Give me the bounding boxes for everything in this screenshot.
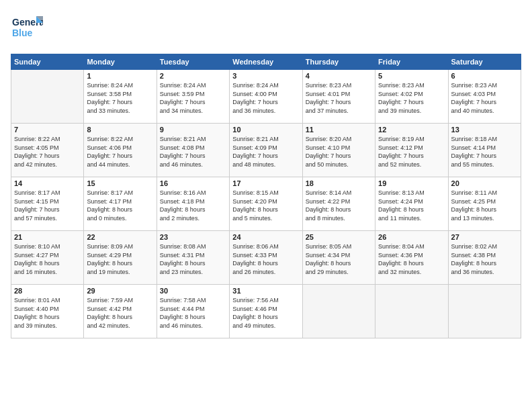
daylight-text-2: and 48 minutes. xyxy=(232,161,275,168)
daylight-text-2: and 2 minutes. xyxy=(160,215,200,222)
day-number: 27 xyxy=(451,233,518,241)
sunrise-text: Sunrise: 8:06 AM xyxy=(232,243,279,250)
daylight-text: Daylight: 8 hours xyxy=(160,260,206,267)
week-row-2: 7Sunrise: 8:22 AMSunset: 4:05 PMDaylight… xyxy=(11,124,521,177)
sunset-text: Sunset: 4:12 PM xyxy=(378,144,423,151)
day-info: Sunrise: 8:05 AMSunset: 4:34 PMDaylight:… xyxy=(306,242,372,276)
day-number: 3 xyxy=(232,72,299,80)
daylight-text: Daylight: 7 hours xyxy=(378,152,424,159)
sunrise-text: Sunrise: 8:04 AM xyxy=(378,243,425,250)
day-info: Sunrise: 8:19 AMSunset: 4:12 PMDaylight:… xyxy=(378,135,445,169)
daylight-text-2: and 11 minutes. xyxy=(378,215,421,222)
day-cell xyxy=(302,285,375,338)
sunset-text: Sunset: 4:10 PM xyxy=(306,144,351,151)
sunset-text: Sunset: 4:01 PM xyxy=(306,91,351,97)
sunset-text: Sunset: 3:58 PM xyxy=(87,91,132,97)
daylight-text-2: and 57 minutes. xyxy=(14,215,57,222)
logo: General Blue xyxy=(11,11,43,46)
day-info: Sunrise: 8:08 AMSunset: 4:31 PMDaylight:… xyxy=(160,242,226,276)
sunset-text: Sunset: 4:36 PM xyxy=(378,252,423,259)
day-number: 7 xyxy=(14,126,81,134)
day-number: 24 xyxy=(232,233,299,241)
daylight-text: Daylight: 8 hours xyxy=(14,314,60,320)
day-info: Sunrise: 8:17 AMSunset: 4:15 PMDaylight:… xyxy=(14,189,81,222)
header: General Blue xyxy=(11,11,521,46)
week-row-3: 14Sunrise: 8:17 AMSunset: 4:15 PMDayligh… xyxy=(11,177,521,231)
day-header-thursday: Thursday xyxy=(302,54,375,70)
daylight-text: Daylight: 7 hours xyxy=(306,99,351,105)
daylight-text: Daylight: 8 hours xyxy=(14,260,60,267)
day-info: Sunrise: 8:09 AMSunset: 4:29 PMDaylight:… xyxy=(87,242,153,276)
day-number: 17 xyxy=(232,179,299,187)
sunrise-text: Sunrise: 8:17 AM xyxy=(87,189,133,196)
day-info: Sunrise: 8:24 AMSunset: 3:58 PMDaylight:… xyxy=(87,81,153,115)
daylight-text-2: and 33 minutes. xyxy=(87,107,130,114)
sunset-text: Sunset: 4:22 PM xyxy=(306,198,351,205)
sunrise-text: Sunrise: 8:22 AM xyxy=(87,136,133,142)
daylight-text: Daylight: 8 hours xyxy=(378,206,424,213)
sunset-text: Sunset: 4:38 PM xyxy=(451,252,496,259)
sunset-text: Sunset: 4:03 PM xyxy=(451,91,496,97)
daylight-text-2: and 42 minutes. xyxy=(14,161,57,168)
day-info: Sunrise: 8:24 AMSunset: 3:59 PMDaylight:… xyxy=(160,81,226,115)
daylight-text-2: and 19 minutes. xyxy=(87,269,130,275)
day-info: Sunrise: 8:23 AMSunset: 4:03 PMDaylight:… xyxy=(451,81,518,115)
day-info: Sunrise: 8:14 AMSunset: 4:22 PMDaylight:… xyxy=(306,189,372,222)
day-number: 12 xyxy=(378,126,445,134)
sunrise-text: Sunrise: 7:58 AM xyxy=(160,297,206,304)
sunset-text: Sunset: 4:20 PM xyxy=(232,198,277,205)
day-header-sunday: Sunday xyxy=(11,54,84,70)
daylight-text: Daylight: 7 hours xyxy=(232,99,278,105)
sunrise-text: Sunrise: 8:23 AM xyxy=(378,82,425,89)
day-info: Sunrise: 8:01 AMSunset: 4:40 PMDaylight:… xyxy=(14,296,81,330)
page: General Blue SundayMondayTuesdayWednesda… xyxy=(0,0,532,411)
daylight-text: Daylight: 7 hours xyxy=(160,152,206,159)
sunrise-text: Sunrise: 8:22 AM xyxy=(14,136,60,142)
daylight-text-2: and 0 minutes. xyxy=(87,215,126,222)
daylight-text-2: and 46 minutes. xyxy=(160,322,203,329)
sunset-text: Sunset: 4:25 PM xyxy=(451,198,496,205)
day-number: 4 xyxy=(306,72,372,80)
day-cell: 16Sunrise: 8:16 AMSunset: 4:18 PMDayligh… xyxy=(157,177,229,231)
day-info: Sunrise: 8:18 AMSunset: 4:14 PMDaylight:… xyxy=(451,135,518,169)
day-number: 30 xyxy=(160,287,226,295)
daylight-text: Daylight: 8 hours xyxy=(160,314,206,320)
sunrise-text: Sunrise: 8:05 AM xyxy=(306,243,352,250)
day-cell: 27Sunrise: 8:02 AMSunset: 4:38 PMDayligh… xyxy=(448,231,521,285)
logo-icon: General Blue xyxy=(11,11,43,43)
day-number: 6 xyxy=(451,72,518,80)
daylight-text-2: and 40 minutes. xyxy=(451,107,494,114)
sunset-text: Sunset: 4:15 PM xyxy=(14,198,59,205)
day-info: Sunrise: 7:56 AMSunset: 4:46 PMDaylight:… xyxy=(232,296,299,330)
sunset-text: Sunset: 4:31 PM xyxy=(160,252,205,259)
day-info: Sunrise: 8:22 AMSunset: 4:06 PMDaylight:… xyxy=(87,135,153,169)
day-cell: 28Sunrise: 8:01 AMSunset: 4:40 PMDayligh… xyxy=(11,285,84,338)
day-info: Sunrise: 8:23 AMSunset: 4:02 PMDaylight:… xyxy=(378,81,445,115)
week-row-4: 21Sunrise: 8:10 AMSunset: 4:27 PMDayligh… xyxy=(11,231,521,285)
daylight-text: Daylight: 8 hours xyxy=(378,260,424,267)
day-cell: 22Sunrise: 8:09 AMSunset: 4:29 PMDayligh… xyxy=(84,231,157,285)
day-number: 19 xyxy=(378,179,445,187)
sunset-text: Sunset: 4:27 PM xyxy=(14,252,59,259)
day-cell: 3Sunrise: 8:24 AMSunset: 4:00 PMDaylight… xyxy=(230,70,302,124)
day-header-tuesday: Tuesday xyxy=(157,54,229,70)
day-cell: 21Sunrise: 8:10 AMSunset: 4:27 PMDayligh… xyxy=(11,231,84,285)
day-cell: 8Sunrise: 8:22 AMSunset: 4:06 PMDaylight… xyxy=(84,124,157,177)
week-row-1: 1Sunrise: 8:24 AMSunset: 3:58 PMDaylight… xyxy=(11,70,521,124)
day-info: Sunrise: 8:20 AMSunset: 4:10 PMDaylight:… xyxy=(306,135,372,169)
sunset-text: Sunset: 4:42 PM xyxy=(87,306,132,312)
daylight-text: Daylight: 7 hours xyxy=(378,99,424,105)
day-number: 23 xyxy=(160,233,226,241)
day-number: 8 xyxy=(87,126,153,134)
day-info: Sunrise: 8:24 AMSunset: 4:00 PMDaylight:… xyxy=(232,81,299,115)
sunset-text: Sunset: 4:05 PM xyxy=(14,144,59,151)
daylight-text: Daylight: 8 hours xyxy=(87,260,132,267)
sunset-text: Sunset: 4:00 PM xyxy=(232,91,277,97)
day-info: Sunrise: 8:02 AMSunset: 4:38 PMDaylight:… xyxy=(451,242,518,276)
day-cell: 25Sunrise: 8:05 AMSunset: 4:34 PMDayligh… xyxy=(302,231,375,285)
day-cell: 23Sunrise: 8:08 AMSunset: 4:31 PMDayligh… xyxy=(157,231,229,285)
day-info: Sunrise: 8:22 AMSunset: 4:05 PMDaylight:… xyxy=(14,135,81,169)
daylight-text: Daylight: 8 hours xyxy=(232,260,278,267)
daylight-text-2: and 36 minutes. xyxy=(232,107,275,114)
day-number: 26 xyxy=(378,233,445,241)
